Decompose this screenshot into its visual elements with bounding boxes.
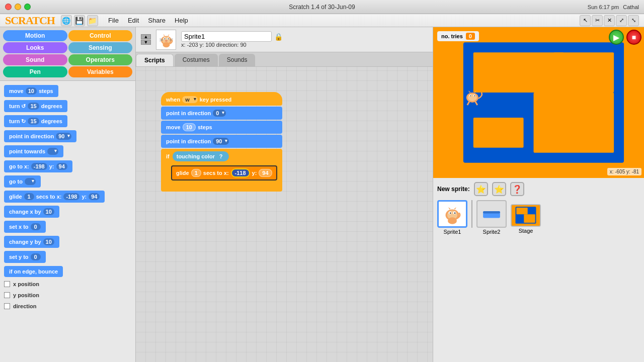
svg-point-6 (165, 40, 167, 42)
checkbox-x-position[interactable]: x position (4, 280, 131, 288)
block-change-y[interactable]: change y by 10 (4, 236, 59, 248)
minimize-button[interactable] (15, 4, 21, 10)
block-goto-xy[interactable]: go to x: -198 y: 94 (4, 160, 72, 172)
category-control[interactable]: Control (68, 30, 133, 41)
canvas-block-point-dir-90[interactable]: point in direction 90 (161, 135, 282, 148)
block-set-y[interactable]: set y to 0 (4, 251, 46, 263)
y-position-checkbox[interactable] (4, 292, 10, 298)
category-looks[interactable]: Looks (3, 42, 67, 53)
glide-y-input[interactable]: 94 (259, 169, 272, 177)
sprite1-thumbnail[interactable] (437, 200, 467, 228)
titlebar: Scratch 1.4 of 30-Jun-09 Sun 6:17 pm Cat… (0, 0, 644, 14)
duplicate-tool[interactable]: ✂ (592, 15, 603, 26)
svg-marker-39 (454, 207, 456, 210)
new-sprite-row: New sprite: ⭐ ⭐ ❓ (437, 182, 640, 196)
canvas-block-move-10[interactable]: move 10 steps (161, 121, 282, 134)
block-glide[interactable]: glide 1 secs to x: -198 y: 94 (4, 191, 105, 203)
glide-x-input[interactable]: -118 (231, 168, 250, 177)
sprite-details: 🔒 x: -203 y: 100 direction: 90 (181, 31, 283, 48)
sprites-grid: Sprite1 Sprite2 (437, 200, 640, 235)
direction-0-dropdown[interactable]: 0 (213, 110, 226, 117)
new-sprite-star-button[interactable]: ⭐ (492, 182, 506, 196)
category-grid: Motion Control Looks Sensing Sound Opera… (0, 27, 135, 81)
scroll-up-arrow[interactable]: ▲ (141, 34, 151, 39)
stage-thumbnail[interactable] (511, 204, 541, 227)
x-position-checkbox[interactable] (4, 281, 10, 287)
folder-icon[interactable]: 📁 (87, 15, 98, 26)
block-point-towards[interactable]: point towards (4, 145, 63, 157)
new-sprite-label: New sprite: (437, 186, 470, 193)
green-flag-button[interactable]: ▶ (609, 30, 624, 45)
sprite2-thumbnail[interactable] (476, 200, 507, 228)
sprite-divider (471, 200, 472, 228)
checkbox-y-position[interactable]: y position (4, 291, 131, 299)
script-canvas[interactable]: when w key pressed point in direction 0 … (136, 67, 433, 362)
delete-tool[interactable]: ✕ (604, 15, 615, 26)
direction-checkbox[interactable] (4, 303, 10, 309)
menu-help[interactable]: Help (171, 16, 192, 25)
menu-share[interactable]: Share (144, 16, 170, 25)
time-display: Sun 6:17 pm (588, 4, 619, 10)
globe-icon[interactable]: 🌐 (61, 15, 72, 26)
glide-secs-input[interactable]: 1 (191, 169, 201, 177)
category-motion[interactable]: Motion (3, 30, 67, 41)
category-pen[interactable]: Pen (3, 66, 67, 77)
maximize-button[interactable] (24, 4, 31, 10)
block-move[interactable]: move 10 steps (4, 85, 58, 97)
menubar: SCRATCH 🌐 💾 📁 File Edit Share Help ↖ ✂ ✕… (0, 14, 644, 27)
block-turn-left[interactable]: turn ↺ 15 degrees (4, 100, 67, 112)
checkbox-direction[interactable]: direction (4, 302, 131, 310)
block-set-x[interactable]: set x to 0 (4, 221, 46, 233)
block-turn-right[interactable]: turn ↻ 15 degrees (4, 115, 67, 127)
new-sprite-random-button[interactable]: ❓ (510, 182, 524, 196)
canvas-block-event[interactable]: when w key pressed (161, 92, 282, 106)
category-sensing[interactable]: Sensing (68, 42, 133, 53)
svg-rect-46 (524, 214, 535, 223)
svg-point-15 (163, 42, 170, 48)
tab-costumes[interactable]: Costumes (175, 54, 218, 66)
direction-90-dropdown[interactable]: 90 (213, 138, 229, 145)
tab-scripts[interactable]: Scripts (136, 54, 174, 66)
menu-file[interactable]: File (104, 16, 123, 25)
category-sound[interactable]: Sound (3, 54, 67, 65)
touching-color-condition[interactable]: touching color ? (173, 151, 229, 161)
no-tries-label: no. tries (441, 33, 463, 39)
menu-edit[interactable]: Edit (124, 16, 143, 25)
cursor-tool[interactable]: ↖ (580, 15, 591, 26)
sprite-name-input[interactable] (181, 31, 272, 42)
canvas-block-if[interactable]: if touching color ? glide 1 secs to (161, 149, 282, 192)
svg-point-36 (450, 212, 451, 214)
category-operators[interactable]: Operators (68, 54, 133, 65)
block-change-x[interactable]: change x by 10 (4, 206, 59, 218)
svg-marker-38 (448, 207, 451, 210)
grow-tool[interactable]: ⤢ (616, 15, 627, 26)
svg-marker-13 (163, 34, 165, 36)
sprite-thumbnail-image (157, 31, 175, 48)
middle-panel: ▲ ▼ (136, 27, 433, 362)
question-mark: ? (217, 152, 225, 160)
nav-arrows[interactable]: ▲ ▼ (141, 34, 151, 45)
shrink-tool[interactable]: ⤡ (628, 15, 639, 26)
tab-sounds[interactable]: Sounds (219, 54, 256, 66)
close-button[interactable] (5, 4, 12, 10)
main-layout: Motion Control Looks Sensing Sound Opera… (0, 27, 644, 362)
y-position-label: y position (13, 292, 39, 298)
sprite-item-sprite2[interactable]: Sprite2 (476, 200, 507, 235)
scroll-down-arrow[interactable]: ▼ (141, 40, 151, 45)
move-steps-input[interactable]: 10 (183, 123, 196, 131)
stage-item[interactable]: Stage (511, 204, 541, 235)
key-dropdown[interactable]: w (182, 96, 198, 103)
save-icon[interactable]: 💾 (74, 15, 85, 26)
category-variables[interactable]: Variables (68, 66, 133, 77)
canvas-block-point-dir-0[interactable]: point in direction 0 (161, 107, 282, 120)
window-controls[interactable] (5, 4, 31, 10)
block-edge-bounce[interactable]: if on edge, bounce (4, 266, 63, 277)
sprite-item-sprite1[interactable]: Sprite1 (437, 200, 467, 235)
stop-button[interactable]: ■ (626, 30, 641, 45)
svg-point-21 (468, 94, 477, 101)
block-goto[interactable]: go to (4, 175, 41, 188)
block-point-direction[interactable]: point in direction 90 (4, 130, 76, 142)
new-sprite-paint-button[interactable]: ⭐ (474, 182, 488, 196)
left-panel: Motion Control Looks Sensing Sound Opera… (0, 27, 136, 362)
canvas-block-glide[interactable]: glide 1 secs to x: -118 y: 94 (171, 165, 277, 180)
